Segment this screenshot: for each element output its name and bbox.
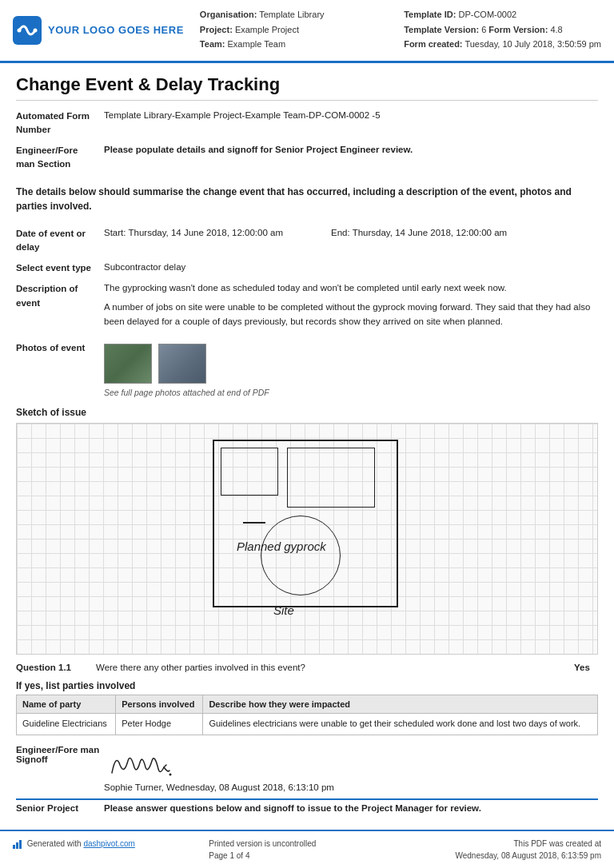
header-meta: Organisation: Template Library Project: … <box>184 8 601 53</box>
senior-row: Senior Project Please answer questions b… <box>16 798 598 813</box>
footer-right: This PDF was created at Wednesday, 08 Au… <box>405 838 601 862</box>
page-title: Change Event & Delay Tracking <box>16 74 598 101</box>
footer-page-text: Page 1 of 4 <box>209 851 249 860</box>
senior-label: Senior Project <box>16 803 104 813</box>
parties-table-head: Name of party Persons involved Describe … <box>17 695 598 714</box>
main-content: Change Event & Delay Tracking Automated … <box>0 63 614 821</box>
senior-value: Please answer questions below and signof… <box>104 803 598 813</box>
parties-title: If yes, list parties involved <box>16 680 598 691</box>
photos-label: Photos of event <box>16 340 104 400</box>
signoff-label: Engineer/Fore man Signoff <box>16 745 104 792</box>
description-value: The gyprocking wasn't done as scheduled … <box>104 281 598 333</box>
col-impact: Describe how they were impacted <box>203 695 598 714</box>
event-type-label: Select event type <box>16 261 104 275</box>
engineer-label: Engineer/Fore man Section <box>16 143 104 172</box>
date-row: Date of event or delay Start: Thursday, … <box>16 226 598 255</box>
info-text: The details below should summarise the c… <box>16 185 598 213</box>
party-name: Guideline Electricians <box>17 714 116 735</box>
photo-thumb-1 <box>104 344 152 384</box>
logo-area: YOUR LOGO GOES HERE <box>13 16 184 45</box>
description-para2: A number of jobs on site were unable to … <box>104 301 598 329</box>
photo-thumb-2 <box>158 344 206 384</box>
room-left <box>221 448 278 496</box>
form-number-value: Template Library-Example Project-Example… <box>104 109 598 137</box>
question-text: Were there any other parties involved in… <box>96 663 566 672</box>
date-values: Start: Thursday, 14 June 2018, 12:00:00 … <box>104 226 598 255</box>
sketch-section: Sketch of issue Planned gyprock Site <box>16 407 598 655</box>
sketch-text-gyprock: Planned gyprock <box>237 540 326 553</box>
sketch-title: Sketch of issue <box>16 407 598 418</box>
parties-table-body: Guideline Electricians Peter Hodge Guide… <box>17 714 598 735</box>
signature-area <box>104 745 184 781</box>
table-row: Guideline Electricians Peter Hodge Guide… <box>17 714 598 735</box>
logo-text: YOUR LOGO GOES HERE <box>48 24 184 36</box>
sketch-text-site: Site <box>273 603 294 617</box>
form-number-row: Automated Form Number Template Library-E… <box>16 109 598 137</box>
photo-caption: See full page photos attached at end of … <box>104 387 598 400</box>
date-end: End: Thursday, 14 June 2018, 12:00:00 am <box>331 226 507 240</box>
event-type-value: Subcontractor delay <box>104 261 598 275</box>
question-label: Question 1.1 <box>16 663 88 672</box>
bar-chart-icon <box>13 840 22 849</box>
col-persons: Persons involved <box>116 695 203 714</box>
question-row: Question 1.1 Were there any other partie… <box>16 663 598 672</box>
svg-point-3 <box>169 773 172 775</box>
footer-pdf-value: Wednesday, 08 August 2018, 6:13:59 pm <box>455 851 601 860</box>
door-line <box>243 522 265 524</box>
photos-value: See full page photos attached at end of … <box>104 340 598 400</box>
footer-left: Generated with dashpivot.com <box>13 838 209 862</box>
description-label: Description of event <box>16 281 104 333</box>
col-name: Name of party <box>17 695 116 714</box>
date-label: Date of event or delay <box>16 226 104 255</box>
qa-section: Question 1.1 Were there any other partie… <box>16 663 598 672</box>
signoff-content: Sophie Turner, Wednesday, 08 August 2018… <box>104 745 598 792</box>
signoff-row: Engineer/Fore man Signoff Sophie Turner,… <box>16 745 598 792</box>
form-number-label: Automated Form Number <box>16 109 104 137</box>
engineer-row: Engineer/Fore man Section Please populat… <box>16 143 598 172</box>
page-footer: Generated with dashpivot.com Printed ver… <box>0 830 614 868</box>
footer-print-text: Printed version is uncontrolled <box>209 839 316 848</box>
svg-point-1 <box>18 28 22 32</box>
description-row: Description of event The gyprocking wasn… <box>16 281 598 333</box>
date-start: Start: Thursday, 14 June 2018, 12:00:00 … <box>104 226 283 240</box>
footer-center: Printed version is uncontrolled Page 1 o… <box>209 838 405 862</box>
signoff-name: Sophie Turner, Wednesday, 08 August 2018… <box>104 782 598 792</box>
header-meta-right: Template ID: DP-COM-0002 Template Versio… <box>404 8 601 53</box>
signature-svg <box>104 745 176 781</box>
svg-point-2 <box>34 28 38 32</box>
event-type-row: Select event type Subcontractor delay <box>16 261 598 275</box>
header-meta-left: Organisation: Template Library Project: … <box>200 8 325 53</box>
party-impact: Guidelines electricians were unable to g… <box>203 714 598 735</box>
question-answer: Yes <box>574 663 598 672</box>
footer-pdf-label: This PDF was created at <box>514 839 601 848</box>
description-para1: The gyprocking wasn't done as scheduled … <box>104 281 598 296</box>
logo-icon <box>13 16 42 45</box>
parties-table: Name of party Persons involved Describe … <box>16 695 598 735</box>
engineer-value: Please populate details and signoff for … <box>104 143 598 172</box>
sketch-canvas: Planned gyprock Site <box>16 423 598 655</box>
date-range: Start: Thursday, 14 June 2018, 12:00:00 … <box>104 226 598 240</box>
room-right <box>287 448 375 508</box>
page-header: YOUR LOGO GOES HERE Organisation: Templa… <box>0 0 614 63</box>
photos-row: Photos of event See full page photos att… <box>16 340 598 400</box>
sketch-circle <box>261 516 341 595</box>
footer-link[interactable]: dashpivot.com <box>83 839 134 848</box>
info-box: The details below should summarise the c… <box>16 180 598 218</box>
footer-generated-text: Generated with <box>27 839 82 848</box>
photo-thumbnails <box>104 344 598 384</box>
party-persons: Peter Hodge <box>116 714 203 735</box>
